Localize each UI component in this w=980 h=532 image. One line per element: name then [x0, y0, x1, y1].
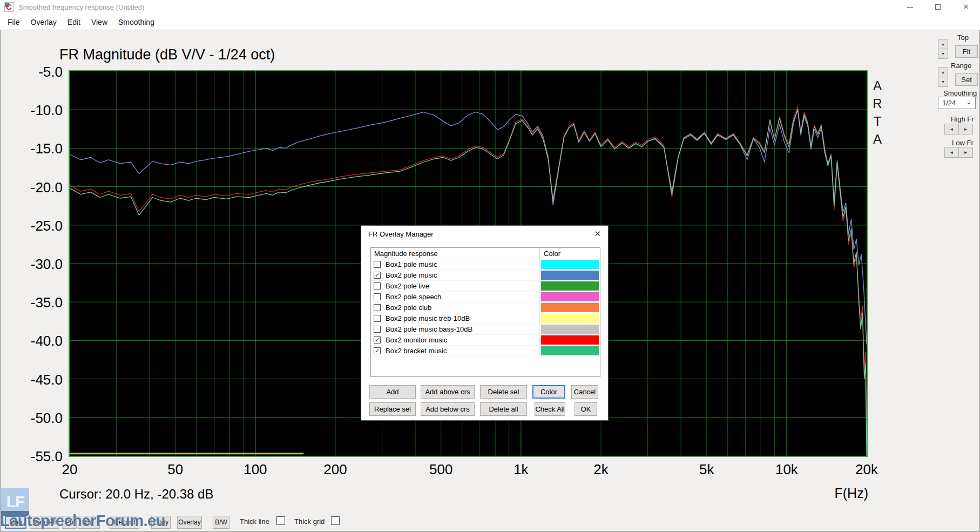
overlay-row-label: Box2 pole music treb-10dB	[386, 314, 470, 322]
menu-item-edit[interactable]: Edit	[62, 18, 86, 26]
overlay-row-checkbox[interactable]	[374, 326, 381, 333]
x-tick-label: 1k	[494, 461, 548, 478]
thick-grid-checkbox[interactable]	[331, 516, 340, 525]
low-fr-right-button[interactable]: ►	[958, 147, 973, 158]
delete-all-button[interactable]: Delete all	[480, 402, 527, 416]
replace-sel-button[interactable]: Replace sel	[369, 402, 416, 416]
overlay-row-checkbox[interactable]: ✓	[374, 272, 381, 279]
smoothing-select[interactable]: 1/24 ⌄	[938, 97, 976, 109]
overlay-list-row[interactable]: ✓Box2 monitor music	[371, 335, 600, 346]
overlay-button[interactable]: Overlay	[177, 516, 202, 529]
maximize-button[interactable]	[924, 0, 952, 14]
dialog-close-icon[interactable]: ✕	[594, 229, 601, 239]
close-button[interactable]: ✕	[952, 0, 980, 14]
high-fr-right-button[interactable]: ►	[958, 124, 973, 134]
overlay-row-label: Box2 bracket music	[386, 347, 447, 355]
overlay-row-color-swatch[interactable]	[541, 281, 599, 291]
overlay-row-color-swatch[interactable]	[541, 260, 599, 269]
check-all-button[interactable]: Check All	[535, 402, 565, 416]
overlay-row-name-cell: ✓Box2 bracket music	[371, 346, 539, 356]
overlay-row-color-swatch[interactable]	[541, 346, 599, 355]
overlay-list-row[interactable]: Box2 pole live	[371, 281, 600, 292]
overlay-row-name-cell: ✓Box2 pole music	[371, 270, 539, 280]
overlay-list-row[interactable]: Box1 pole music	[371, 259, 600, 270]
x-tick-label: 500	[414, 461, 468, 478]
window-title: Smoothed frequency response (Untitled)	[18, 3, 144, 11]
x-tick-label: 5k	[680, 461, 734, 478]
x-tick-label: 10k	[760, 461, 814, 478]
x-tick-label: 20k	[840, 461, 894, 478]
view-mag-button[interactable]: Mag	[5, 516, 26, 529]
window-controls: ✕	[896, 0, 980, 14]
range-up-button[interactable]: ▲	[938, 67, 948, 77]
overlay-row-color-swatch[interactable]	[541, 314, 599, 323]
menu-item-smoothing[interactable]: Smoothing	[113, 18, 160, 26]
add-below-crs-button[interactable]: Add below crs	[421, 402, 475, 416]
menu-item-view[interactable]: View	[86, 18, 113, 26]
arta-icon-letter: C	[6, 2, 12, 12]
overlay-row-checkbox[interactable]	[374, 293, 381, 300]
color-button[interactable]: Color	[532, 385, 565, 399]
copy-button[interactable]: Copy	[151, 516, 171, 529]
y-tick-label: -35.0	[0, 294, 63, 311]
low-fr-left-button[interactable]: ◄	[944, 147, 959, 158]
delete-sel-button[interactable]: Delete sel	[480, 385, 527, 399]
overlay-list-row[interactable]: Box2 pole music treb-10dB	[371, 313, 600, 324]
top-label: Top	[957, 33, 969, 42]
minimize-button[interactable]	[896, 0, 924, 14]
cancel-button[interactable]: Cancel	[571, 385, 598, 399]
range-label: Range	[951, 62, 971, 70]
fr-overlay-manager-dialog: FR Overlay Manager ✕ Magnitude responseC…	[361, 225, 609, 421]
dialog-titlebar[interactable]: FR Overlay Manager ✕	[361, 226, 608, 243]
overlay-row-checkbox[interactable]: ✓	[374, 347, 381, 354]
view-mag-ph-button[interactable]: Mag+Ph	[30, 516, 59, 529]
overlay-row-color-swatch[interactable]	[541, 292, 599, 301]
set-button[interactable]: Set	[955, 73, 978, 86]
overlay-list-empty-row	[371, 356, 600, 367]
overlay-row-color-swatch[interactable]	[541, 335, 599, 345]
overlay-list-row[interactable]: Box2 pole music bass-10dB	[371, 324, 600, 335]
thick-line-checkbox[interactable]	[276, 516, 285, 525]
brand-letter: A	[870, 77, 884, 95]
overlay-list-row[interactable]: Box2 pole speech	[371, 292, 600, 302]
top-down-button[interactable]: ▼	[938, 49, 948, 59]
fit-button[interactable]: Fit	[955, 45, 978, 58]
view-ph-button[interactable]: Ph	[62, 516, 77, 529]
overlay-row-color-cell	[539, 335, 600, 345]
overlay-list-row[interactable]: ✓Box2 bracket music	[371, 346, 600, 356]
overlay-row-name-cell: Box2 pole club	[371, 302, 539, 313]
overlay-list-row[interactable]: Box2 pole club	[371, 302, 600, 313]
overlay-row-label: Box2 pole speech	[386, 293, 441, 301]
menu-item-file[interactable]: File	[2, 18, 25, 26]
y-tick-label: -20.0	[0, 179, 63, 196]
overlay-row-name-cell: Box1 pole music	[371, 259, 539, 270]
overlay-row-color-swatch[interactable]	[541, 271, 599, 280]
view-gd-button[interactable]: Gd	[78, 516, 100, 529]
top-up-button[interactable]: ▲	[938, 39, 948, 49]
overlay-row-color-swatch[interactable]	[541, 303, 599, 312]
overlay-header-color: Color	[539, 248, 600, 259]
overlay-row-checkbox[interactable]	[374, 282, 381, 289]
add-button[interactable]: Add	[369, 385, 416, 399]
overlay-row-color-swatch[interactable]	[541, 325, 599, 334]
add-above-crs-button[interactable]: Add above crs	[421, 385, 475, 399]
overlay-list-row[interactable]: ✓Box2 pole music	[371, 270, 600, 281]
overlay-row-checkbox[interactable]	[374, 304, 381, 311]
y-tick-label: -45.0	[0, 372, 63, 388]
range-down-button[interactable]: ▼	[938, 77, 948, 87]
overlay-row-checkbox[interactable]	[374, 315, 381, 322]
brand-letter: A	[870, 130, 884, 148]
overlay-row-checkbox[interactable]: ✓	[374, 336, 381, 344]
overlay-row-checkbox[interactable]	[374, 261, 381, 268]
bw-button[interactable]: B/W	[213, 516, 229, 529]
x-tick-label: 100	[228, 461, 282, 478]
cursor-readout: Cursor: 20.0 Hz, -20.38 dB	[59, 487, 213, 502]
overlay-header-name-text: Magnitude response	[371, 250, 438, 258]
high-fr-label: High Fr	[951, 115, 974, 123]
y-tick-label: -40.0	[0, 333, 63, 349]
menu-item-overlay[interactable]: Overlay	[25, 18, 62, 26]
high-fr-left-button[interactable]: ◄	[944, 124, 959, 134]
ok-button[interactable]: OK	[575, 402, 597, 416]
record-button[interactable]: Record	[110, 516, 139, 529]
overlay-row-label: Box2 pole music	[386, 271, 437, 279]
